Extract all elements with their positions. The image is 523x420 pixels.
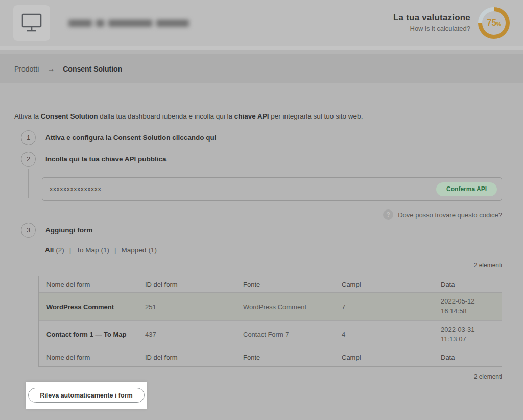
col-header-id: ID del form <box>137 281 235 288</box>
rating-percent-number: 75 <box>487 18 496 28</box>
cell-form-source: Contact Form 7 <box>235 331 334 338</box>
cell-form-date: 2022-03-3111:13:07 <box>433 325 502 344</box>
col-footer-fields: Campi <box>334 354 433 361</box>
filter-separator: | <box>114 246 116 254</box>
step-connector-line <box>28 169 29 198</box>
consent-solution-page: La tua valutazione How is it calculated?… <box>0 0 523 420</box>
step-2-label: Incolla qui la tua chiave API pubblica <box>45 155 167 163</box>
step-1-number: 1 <box>21 130 36 145</box>
blurred-word <box>108 20 152 27</box>
step-3: 3 Aggiungi form <box>21 223 92 238</box>
cell-form-fields: 7 <box>334 303 433 311</box>
step-2-number: 2 <box>21 152 36 167</box>
api-key-input[interactable] <box>50 185 436 193</box>
col-header-fields: Campi <box>334 281 433 288</box>
cell-form-id: 437 <box>137 331 235 338</box>
intro-text: Attiva la Consent Solution dalla tua das… <box>14 112 489 120</box>
cell-form-id: 251 <box>137 303 235 311</box>
forms-table: Nome del form ID del form Fonte Campi Da… <box>38 276 502 367</box>
col-header-source: Fonte <box>235 281 334 288</box>
col-footer-source: Fonte <box>235 354 334 361</box>
rating-value: 75% <box>478 7 510 39</box>
rating-block: La tua valutazione How is it calculated? <box>393 13 470 33</box>
table-header-row: Nome del form ID del form Fonte Campi Da… <box>39 276 502 293</box>
rating-gauge: 75% <box>478 7 510 39</box>
items-count-top: 2 elementi <box>474 262 502 269</box>
table-row[interactable]: Contact form 1 — To Map 437 Contact Form… <box>39 320 502 348</box>
api-key-box: Conferma API <box>42 177 502 201</box>
breadcrumb: Prodotti → Consent Solution <box>0 54 523 83</box>
rating-title: La tua valutazione <box>393 13 470 23</box>
table-row[interactable]: WordPress Comment 251 WordPress Comment … <box>39 293 502 320</box>
step-2: 2 Incolla qui la tua chiave API pubblica <box>21 152 167 167</box>
step-3-label: Aggiungi form <box>45 226 92 234</box>
form-filters: All(2) | To Map(1) | Mapped(1) <box>45 246 157 254</box>
blurred-word <box>156 20 189 27</box>
step-3-number: 3 <box>21 223 36 238</box>
filter-to-map[interactable]: To Map(1) <box>76 246 109 254</box>
filter-mapped[interactable]: Mapped(1) <box>122 246 157 254</box>
cell-form-name: Contact form 1 — To Map <box>39 331 137 338</box>
blurred-word <box>96 20 104 27</box>
auto-detect-forms-button[interactable]: Rileva automaticamente i form <box>28 388 144 403</box>
cell-form-name: WordPress Comment <box>39 303 137 311</box>
filter-all[interactable]: All(2) <box>45 246 64 254</box>
confirm-api-button[interactable]: Conferma API <box>436 182 497 196</box>
tour-spotlight: Rileva automaticamente i form <box>26 382 147 409</box>
col-header-name: Nome del form <box>39 281 137 288</box>
breadcrumb-current: Consent Solution <box>63 65 122 73</box>
cell-form-source: WordPress Comment <box>235 303 334 311</box>
help-row: ? Dove posso trovare questo codice? <box>383 209 502 220</box>
items-count-bottom: 2 elementi <box>474 373 502 380</box>
col-footer-date: Data <box>433 354 502 361</box>
breadcrumb-products[interactable]: Prodotti <box>14 65 39 73</box>
monitor-icon <box>20 12 43 34</box>
question-mark-icon[interactable]: ? <box>383 209 393 220</box>
step-1: 1 Attiva e configura la Consent Solution… <box>21 130 217 145</box>
site-name-blurred <box>68 20 189 27</box>
blurred-word <box>68 20 92 27</box>
col-footer-id: ID del form <box>137 354 235 361</box>
col-header-date: Data <box>433 281 502 288</box>
cell-form-fields: 4 <box>334 331 433 338</box>
step-1-link[interactable]: cliccando qui <box>172 134 216 142</box>
rating-percent-sign: % <box>496 21 501 27</box>
step-1-label: Attiva e configura la Consent Solution c… <box>45 134 217 142</box>
help-text: Dove posso trovare questo codice? <box>398 211 502 219</box>
app-header: La tua valutazione How is it calculated?… <box>0 0 523 50</box>
breadcrumb-arrow-icon: → <box>47 64 55 73</box>
table-footer-row: Nome del form ID del form Fonte Campi Da… <box>39 348 502 366</box>
rating-how-calculated-link[interactable]: How is it calculated? <box>410 25 471 33</box>
site-icon-tile <box>13 5 50 41</box>
cell-form-date: 2022-05-1216:14:58 <box>433 297 502 316</box>
col-footer-name: Nome del form <box>39 354 137 361</box>
filter-separator: | <box>69 246 72 254</box>
